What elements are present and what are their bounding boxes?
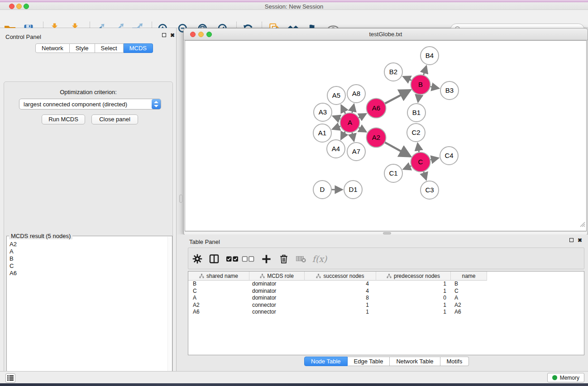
table-cell[interactable]: 1 <box>376 288 451 295</box>
graph-node-C3[interactable]: C3 <box>421 181 439 199</box>
graph-node-B2[interactable]: B2 <box>384 63 402 81</box>
graph-node-A6[interactable]: A6 <box>367 99 386 118</box>
graph-edge-A-A1[interactable] <box>332 126 340 129</box>
graph-node-C2[interactable]: C2 <box>407 124 425 142</box>
table-row[interactable]: A6connector11A6 <box>188 309 584 316</box>
table-row[interactable]: Adominator80A <box>188 295 584 302</box>
table-cell[interactable]: A6 <box>451 309 487 316</box>
result-list-item[interactable]: A <box>7 248 167 255</box>
table-settings-icon[interactable] <box>190 252 205 266</box>
graph-edge-C-C1[interactable] <box>403 166 411 169</box>
table-row[interactable]: A2connector11A2 <box>188 302 584 309</box>
graph-node-A2[interactable]: A2 <box>367 128 386 148</box>
tab-mcds[interactable]: MCDS <box>124 43 153 53</box>
close-panel-button[interactable]: Close panel <box>91 114 138 124</box>
table-cell[interactable]: dominator <box>249 288 305 295</box>
memory-button[interactable]: Memory <box>547 373 584 382</box>
add-column-icon[interactable] <box>258 252 274 266</box>
table-cell[interactable]: C <box>451 288 487 295</box>
table-cell[interactable]: 8 <box>305 295 376 302</box>
graph-node-A7[interactable]: A7 <box>347 143 365 161</box>
column-header-name[interactable]: name <box>451 272 487 281</box>
deselect-all-columns-icon[interactable] <box>240 252 256 266</box>
graph-edge-B-B1[interactable] <box>418 94 419 102</box>
graph-edge-A-A6[interactable] <box>359 114 366 118</box>
graph-node-C1[interactable]: C1 <box>384 164 402 182</box>
graph-node-A[interactable]: A <box>340 113 360 133</box>
tab-style[interactable]: Style <box>70 43 95 53</box>
table-cell[interactable]: dominator <box>249 295 305 302</box>
table-cell[interactable]: A2 <box>188 302 249 309</box>
table-cell[interactable]: dominator <box>249 281 305 288</box>
table-cell[interactable]: connector <box>249 302 305 309</box>
graph-node-B[interactable]: B <box>411 75 430 95</box>
run-mcds-button[interactable]: Run MCDS <box>42 114 85 124</box>
tab-node-table[interactable]: Node Table <box>304 357 348 366</box>
graph-edge-A-A7[interactable] <box>352 132 354 141</box>
graph-node-B3[interactable]: B3 <box>440 81 459 100</box>
delete-table-icon[interactable] <box>293 252 309 266</box>
graph-edge-A-A2[interactable] <box>359 128 366 132</box>
column-header-mcds-role[interactable]: MCDS role <box>249 272 305 281</box>
network-hscrollbar[interactable] <box>185 231 587 234</box>
graph-edge-A6-B[interactable] <box>385 90 410 104</box>
table-cell[interactable]: A <box>188 295 249 302</box>
graph-edge-B-B4[interactable] <box>423 66 426 76</box>
table-cell[interactable]: A <box>451 295 487 302</box>
column-header-predecessor-nodes[interactable]: predecessor nodes <box>376 272 451 281</box>
table-float-icon[interactable] <box>569 238 574 242</box>
close-panel-icon[interactable]: ✖ <box>170 33 175 38</box>
table-cell[interactable]: 1 <box>305 309 376 316</box>
table-cell[interactable]: A6 <box>188 309 249 316</box>
result-list-item[interactable]: A2 <box>7 241 167 248</box>
graph-edge-A2-C[interactable] <box>385 142 411 156</box>
graph-node-A3[interactable]: A3 <box>314 103 332 121</box>
table-row[interactable]: Cdominator41C <box>188 288 584 295</box>
table-cell[interactable]: 1 <box>305 302 376 309</box>
result-scrollbar-track[interactable] <box>167 237 172 386</box>
column-view-icon[interactable] <box>206 252 222 266</box>
graph-edge-B-B2[interactable] <box>403 76 412 81</box>
graph-node-B1[interactable]: B1 <box>407 104 425 122</box>
graph-edge-C-C4[interactable] <box>430 158 439 160</box>
table-cell[interactable]: connector <box>249 309 305 316</box>
result-list-item[interactable]: C <box>7 262 167 270</box>
graph-node-A1[interactable]: A1 <box>313 124 331 142</box>
float-panel-icon[interactable] <box>162 33 166 37</box>
criterion-dropdown[interactable]: largest connected component (directed) <box>19 99 161 110</box>
select-all-columns-icon[interactable] <box>225 252 240 266</box>
table-cell[interactable]: B <box>451 281 487 288</box>
graph-edge-A-A3[interactable] <box>333 116 341 119</box>
table-cell[interactable]: 0 <box>376 295 451 302</box>
graph-edge-C-C3[interactable] <box>424 171 426 180</box>
graph-node-A8[interactable]: A8 <box>347 85 365 103</box>
table-cell[interactable]: C <box>188 288 249 295</box>
task-history-button[interactable] <box>5 373 15 383</box>
graph-edge-A-A8[interactable] <box>352 104 354 113</box>
table-cell[interactable]: 1 <box>376 302 451 309</box>
table-row[interactable]: Bdominator41B <box>188 281 584 288</box>
tab-edge-table[interactable]: Edge Table <box>348 357 390 366</box>
column-header-successor-nodes[interactable]: successor nodes <box>305 272 376 281</box>
delete-columns-icon[interactable] <box>276 252 292 266</box>
graph-edge-A-A5[interactable] <box>341 105 346 114</box>
tab-motifs[interactable]: Motifs <box>440 357 469 366</box>
graph-node-C4[interactable]: C4 <box>440 147 458 165</box>
tab-select[interactable]: Select <box>95 43 124 53</box>
table-cell[interactable]: A2 <box>451 302 487 309</box>
graph-node-A4[interactable]: A4 <box>327 140 345 158</box>
resize-grip[interactable] <box>579 221 585 227</box>
table-cell[interactable]: 1 <box>376 309 451 316</box>
table-cell[interactable]: 4 <box>305 281 376 288</box>
graph-node-C[interactable]: C <box>411 152 430 172</box>
graph-edge-B-B3[interactable] <box>430 86 439 88</box>
graph-node-B4[interactable]: B4 <box>421 47 439 65</box>
result-list-item[interactable]: A6 <box>7 270 167 277</box>
panel-splitter-handle[interactable] <box>179 195 182 203</box>
tab-network[interactable]: Network <box>35 43 70 53</box>
tab-network-table[interactable]: Network Table <box>390 357 440 366</box>
column-header-shared-name[interactable]: shared name <box>188 272 249 281</box>
table-cell[interactable]: 4 <box>305 288 376 295</box>
graph-node-D1[interactable]: D1 <box>344 181 362 199</box>
graph-node-A5[interactable]: A5 <box>327 86 345 105</box>
